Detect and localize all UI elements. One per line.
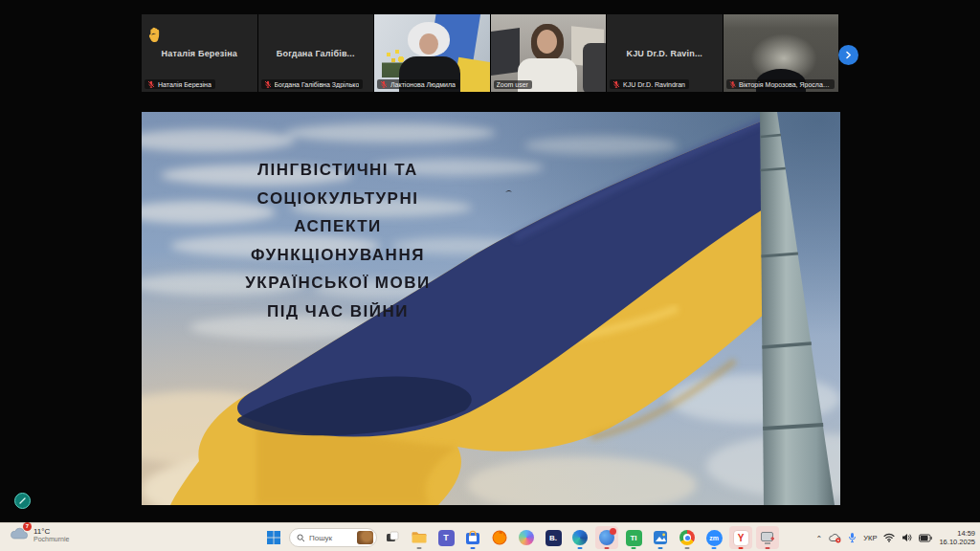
app-ti-button[interactable]: TI xyxy=(622,526,645,549)
search-daily-image xyxy=(357,531,373,544)
teams-icon: T xyxy=(438,530,455,546)
weather-widget[interactable]: 7 11°C Pochmurnie xyxy=(10,526,69,543)
edge-icon xyxy=(572,530,588,545)
taskbar-center: Пошук T xyxy=(262,525,779,550)
muted-mic-icon xyxy=(729,80,736,88)
copilot-button[interactable] xyxy=(515,526,538,549)
notification-badge xyxy=(610,528,616,535)
search-box[interactable]: Пошук xyxy=(289,528,377,547)
app-blue-icon xyxy=(599,530,614,545)
participant-name: KJU Dr.D. Ravin... xyxy=(607,49,723,58)
copilot-icon xyxy=(519,530,534,545)
weather-temp: 11°C xyxy=(33,527,69,536)
app-b-button[interactable]: B. xyxy=(542,526,565,549)
running-indicator xyxy=(739,547,744,549)
participant-tile-1[interactable]: Наталія Березіна Наталія Березіна xyxy=(142,14,257,92)
running-indicator xyxy=(685,547,690,549)
teams-button[interactable]: T xyxy=(434,526,457,549)
slide-title-line: ПІД ЧАС ВІЙНИ xyxy=(180,298,496,326)
shared-screen-slide: ЛІНГВІСТИЧНІ ТА СОЦІОКУЛЬТУРНІ АСПЕКТИ Ф… xyxy=(142,112,840,505)
yandex-icon: Y xyxy=(733,530,749,546)
participant-label: Лактіонова Людмила xyxy=(377,79,459,89)
cloud-icon: 7 xyxy=(10,526,29,543)
muted-mic-icon xyxy=(380,80,388,88)
yandex-browser-button[interactable]: Y xyxy=(729,526,752,549)
microphone-active-icon[interactable] xyxy=(848,532,857,543)
participant-label: Вікторія Морозова, Ярослава ... xyxy=(726,79,835,89)
next-participants-page-button[interactable] xyxy=(838,45,858,65)
slide-title-line: АСПЕКТИ xyxy=(180,212,496,241)
participant-label: KJU Dr.D. Ravindran xyxy=(610,79,689,89)
slide-title-line: ЛІНГВІСТИЧНІ ТА xyxy=(180,156,496,185)
chrome-button[interactable] xyxy=(676,526,699,549)
raised-hand-icon xyxy=(148,27,163,43)
app-b-icon: B. xyxy=(546,530,562,546)
participant-name: Наталія Березіна xyxy=(142,49,257,58)
annotation-tool-button[interactable] xyxy=(14,493,31,509)
system-tray: ⌃ УКР 14:59 16.10.2025 xyxy=(816,523,975,551)
weather-condition: Pochmurnie xyxy=(33,536,69,542)
participant-tile-3[interactable]: Лактіонова Людмила xyxy=(374,14,490,92)
tray-date: 16.10.2025 xyxy=(939,538,975,546)
weather-alert-badge: 7 xyxy=(23,522,32,531)
participant-label: Наталія Березіна xyxy=(145,79,215,89)
running-indicator xyxy=(766,547,770,549)
search-placeholder: Пошук xyxy=(309,534,353,542)
task-view-button[interactable] xyxy=(381,526,404,549)
sync-error-icon[interactable] xyxy=(829,533,841,543)
firefox-icon xyxy=(491,529,508,546)
participant-label: Zoom user xyxy=(494,80,532,89)
edge-button[interactable] xyxy=(568,526,591,549)
zoom-icon: zm xyxy=(706,530,723,546)
participant-video-face xyxy=(419,33,438,55)
store-icon xyxy=(464,529,481,546)
weather-text: 11°C Pochmurnie xyxy=(33,527,69,542)
participant-tile-4-active-speaker[interactable]: Zoom user xyxy=(491,14,607,92)
zoom-button[interactable]: zm xyxy=(702,526,725,549)
file-explorer-icon xyxy=(411,529,428,546)
screen-capture-icon xyxy=(759,529,776,546)
screen-capture-button[interactable] xyxy=(756,526,779,549)
running-indicator xyxy=(605,547,610,549)
participant-strip: Наталія Березіна Наталія Березіна Богдан… xyxy=(142,14,838,92)
car-seat xyxy=(583,43,606,92)
windows-logo-icon xyxy=(266,530,281,545)
running-indicator xyxy=(632,547,636,549)
start-button[interactable] xyxy=(262,526,285,549)
tray-time: 14:59 xyxy=(939,529,975,538)
photos-icon xyxy=(652,529,669,546)
participant-tile-5[interactable]: KJU Dr.D. Ravin... KJU Dr.D. Ravindran xyxy=(607,14,723,92)
slide-title-line: ФУНКЦІОНУВАННЯ xyxy=(180,241,496,270)
app-notification-button[interactable] xyxy=(595,526,618,549)
wifi-icon[interactable] xyxy=(883,533,895,542)
app-ti-icon: TI xyxy=(626,530,642,546)
chevron-right-icon xyxy=(844,51,853,59)
firefox-button[interactable] xyxy=(488,526,511,549)
slide-title-line: УКРАЇНСЬКОЇ МОВИ xyxy=(180,269,496,298)
task-view-icon xyxy=(385,530,400,545)
muted-mic-icon xyxy=(147,80,155,88)
participant-label: Богдана Галібівна Здрілько xyxy=(261,79,364,89)
running-indicator xyxy=(712,547,717,549)
participant-video-face xyxy=(537,30,557,54)
tray-overflow-button[interactable]: ⌃ xyxy=(816,535,823,543)
keyboard-language-button[interactable]: УКР xyxy=(863,534,877,542)
speaker-icon[interactable] xyxy=(902,533,912,542)
running-indicator xyxy=(417,547,422,549)
store-app-button[interactable] xyxy=(461,526,484,549)
muted-mic-icon xyxy=(264,80,272,88)
search-icon xyxy=(297,534,305,542)
participant-tile-6[interactable]: Вікторія Морозова, Ярослава ... xyxy=(724,14,839,92)
muted-mic-icon xyxy=(612,80,620,88)
car-window-left xyxy=(491,28,520,76)
chrome-icon xyxy=(679,530,695,545)
battery-icon[interactable] xyxy=(919,534,932,542)
file-explorer-button[interactable] xyxy=(408,526,431,549)
pencil-icon xyxy=(18,496,27,505)
photos-button[interactable] xyxy=(649,526,672,549)
participant-tile-2[interactable]: Богдана Галібів... Богдана Галібівна Здр… xyxy=(258,14,374,92)
running-indicator xyxy=(658,547,663,549)
taskbar-clock[interactable]: 14:59 16.10.2025 xyxy=(939,529,975,546)
running-indicator xyxy=(471,547,476,549)
slide-title-line: СОЦІОКУЛЬТУРНІ xyxy=(180,185,496,213)
